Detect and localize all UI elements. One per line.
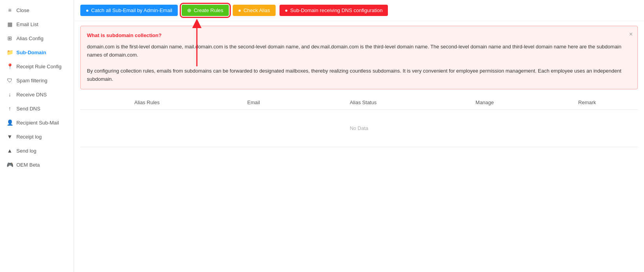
folder-icon: 📁 — [6, 49, 13, 55]
sidebar-item-label: Receipt Rule Config — [16, 64, 62, 69]
oem-icon: 🎮 — [6, 162, 13, 168]
create-rules-button[interactable]: ⊕ Create Rules — [182, 5, 229, 16]
sidebar-item-label: Spam filtering — [16, 78, 47, 84]
chevron-up-icon: ▲ — [6, 148, 13, 154]
sidebar: ≡ Close ▦ Email List ⊞ Alias Config 📁 Su… — [0, 0, 74, 272]
up-arrow-icon: ↑ — [6, 105, 13, 112]
col-alias-status: Alias Status — [294, 96, 433, 110]
sidebar-item-label: Send DNS — [16, 106, 40, 112]
info-line2: By configuring collection rules, emails … — [87, 67, 631, 84]
info-title: What is subdomain collection? — [87, 32, 631, 40]
info-line1: domain.com is the first-level domain nam… — [87, 43, 631, 59]
circle-icon: ● — [86, 7, 89, 13]
col-email: Email — [214, 96, 294, 110]
data-table: Alias Rules Email Alias Status Manage Re… — [80, 96, 638, 147]
sidebar-item-receipt-rule-config[interactable]: 📍 Receipt Rule Config — [0, 59, 74, 73]
table-row: No Data — [80, 109, 638, 147]
table-header-row: Alias Rules Email Alias Status Manage Re… — [80, 96, 638, 110]
col-remark: Remark — [536, 96, 638, 110]
shield-icon: 🛡 — [6, 77, 13, 84]
sidebar-item-label: Recipient Sub-Mail — [16, 120, 59, 126]
sidebar-item-alias-config[interactable]: ⊞ Alias Config — [0, 31, 74, 45]
down-arrow-icon: ↓ — [6, 91, 13, 98]
col-alias-rules: Alias Rules — [80, 96, 214, 110]
dns-icon: ● — [285, 7, 288, 13]
close-icon: ≡ — [6, 7, 13, 13]
sidebar-item-send-log[interactable]: ▲ Send log — [0, 144, 74, 158]
sidebar-item-label: Receive DNS — [16, 92, 47, 98]
chart-icon: ▦ — [6, 21, 13, 27]
sidebar-item-label: Alias Config — [16, 36, 43, 41]
plus-circle-icon: ⊕ — [187, 7, 191, 13]
info-close-button[interactable]: × — [629, 29, 633, 39]
check-alias-button[interactable]: ● Check Alias — [233, 5, 276, 16]
sidebar-item-spam-filtering[interactable]: 🛡 Spam filtering — [0, 73, 74, 87]
sidebar-item-receipt-log[interactable]: ▼ Receipt log — [0, 130, 74, 144]
pin-icon: 📍 — [6, 63, 13, 69]
info-box: What is subdomain collection? domain.com… — [80, 26, 638, 89]
check-icon: ● — [238, 7, 241, 13]
sidebar-item-label: Receipt log — [16, 134, 42, 140]
sidebar-item-email-list[interactable]: ▦ Email List — [0, 17, 74, 31]
content-area: Alias Rules Email Alias Status Manage Re… — [74, 94, 644, 272]
no-data-cell: No Data — [80, 109, 638, 147]
col-manage: Manage — [433, 96, 536, 110]
sidebar-item-receive-dns[interactable]: ↓ Receive DNS — [0, 87, 74, 101]
sidebar-item-label: Close — [16, 7, 29, 13]
sidebar-item-label: Sub-Domain — [16, 50, 46, 55]
sidebar-item-oem-beta[interactable]: 🎮 OEM Beta — [0, 158, 74, 172]
sidebar-item-label: Send log — [16, 148, 36, 154]
sidebar-item-send-dns[interactable]: ↑ Send DNS — [0, 101, 74, 116]
main-content: ● Catch all Sub-Email by Admin-Email ⊕ C… — [74, 0, 644, 272]
sidebar-item-label: OEM Beta — [16, 162, 40, 168]
sidebar-item-recipient-sub-mail[interactable]: 👤 Recipient Sub-Mail — [0, 116, 74, 130]
chevron-down-icon: ▼ — [6, 133, 13, 140]
sidebar-item-sub-domain[interactable]: 📁 Sub-Domain — [0, 45, 74, 59]
toolbar: ● Catch all Sub-Email by Admin-Email ⊕ C… — [74, 0, 644, 21]
alias-icon: ⊞ — [6, 35, 13, 41]
subdomain-dns-button[interactable]: ● Sub-Domain receiving DNS configuration — [280, 5, 388, 16]
catch-all-button[interactable]: ● Catch all Sub-Email by Admin-Email — [80, 5, 178, 16]
user-icon: 👤 — [6, 119, 13, 126]
sidebar-item-label: Email List — [16, 21, 38, 27]
sidebar-item-close[interactable]: ≡ Close — [0, 3, 74, 17]
